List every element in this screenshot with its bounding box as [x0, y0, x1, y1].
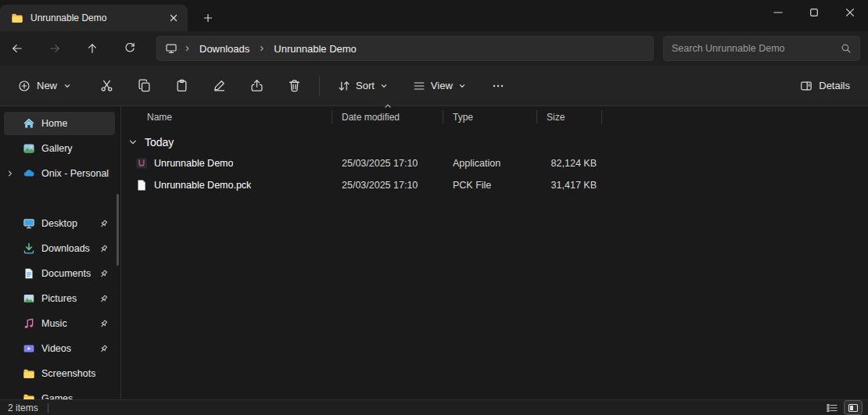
- sidebar-item-downloads[interactable]: Downloads: [4, 237, 115, 260]
- sidebar-scrollbar[interactable]: [117, 194, 119, 266]
- details-pane-button[interactable]: Details: [791, 72, 859, 100]
- sidebar-item-label: Desktop: [41, 218, 77, 229]
- file-date-cell: 25/03/2025 17:10: [332, 152, 443, 174]
- column-label: Size: [547, 112, 565, 123]
- view-icon: [413, 80, 425, 92]
- details-pane-label: Details: [819, 80, 850, 91]
- sidebar-item-label: Music: [41, 318, 67, 329]
- maximize-button[interactable]: [796, 0, 832, 25]
- column-label: Type: [453, 112, 473, 123]
- column-label: Name: [147, 112, 172, 123]
- sidebar-item-games[interactable]: Games: [4, 387, 115, 399]
- copy-icon: [138, 79, 151, 92]
- group-header-today[interactable]: Today: [121, 132, 868, 152]
- chevron-down-icon: [380, 82, 388, 90]
- new-button[interactable]: New: [9, 72, 80, 100]
- navigation-pane: Home Gallery Onix - Personal Desktop: [0, 106, 121, 399]
- file-name-cell: Unrunnable Demo.pck: [121, 174, 332, 196]
- search-box: [663, 36, 860, 61]
- paste-button[interactable]: [166, 72, 197, 100]
- copy-button[interactable]: [128, 72, 160, 100]
- breadcrumb-downloads[interactable]: Downloads: [194, 41, 255, 57]
- search-icon: [841, 43, 852, 54]
- address-bar[interactable]: › Downloads › Unrunnable Demo: [156, 36, 654, 61]
- close-button[interactable]: [832, 0, 868, 25]
- sidebar-item-documents[interactable]: Documents: [4, 262, 115, 285]
- view-button[interactable]: View: [404, 72, 475, 100]
- sidebar-item-gallery[interactable]: Gallery: [4, 137, 115, 160]
- tab-title: Unrunnable Demo: [30, 13, 159, 23]
- sidebar-item-videos[interactable]: Videos: [4, 337, 115, 360]
- file-name: Unrunnable Demo.pck: [154, 180, 251, 191]
- view-toggles: [823, 401, 862, 414]
- column-header-date-modified[interactable]: Date modified: [332, 110, 443, 123]
- breadcrumb-chevron-icon: ›: [184, 41, 191, 55]
- arrow-left-icon: [11, 42, 23, 55]
- back-button[interactable]: [3, 35, 31, 62]
- home-icon: [23, 117, 35, 130]
- sidebar-item-label: Games: [41, 393, 73, 399]
- folder-icon: [11, 12, 23, 24]
- sidebar-item-onedrive[interactable]: Onix - Personal: [4, 162, 115, 185]
- thumbnails-view-icon: [848, 403, 859, 413]
- pin-icon: [99, 219, 109, 229]
- status-bar: 2 items: [0, 399, 868, 415]
- file-type-cell: Application: [443, 152, 537, 174]
- breadcrumb-current-folder[interactable]: Unrunnable Demo: [268, 41, 362, 57]
- sidebar-item-label: Gallery: [41, 143, 73, 154]
- column-header-type[interactable]: Type: [443, 110, 537, 123]
- arrow-right-icon: [48, 42, 61, 55]
- up-button[interactable]: [78, 35, 106, 62]
- file-row-application[interactable]: Unrunnable Demo 25/03/2025 17:10 Applica…: [121, 152, 868, 174]
- rename-button[interactable]: [203, 72, 235, 100]
- sidebar-item-label: Onix - Personal: [41, 168, 109, 179]
- file-list-area: Name Date modified Type Size Today: [121, 106, 868, 399]
- close-icon: [844, 6, 856, 19]
- window-controls: [760, 0, 868, 25]
- file-name: Unrunnable Demo: [154, 158, 233, 169]
- explorer-tab[interactable]: Unrunnable Demo: [0, 5, 188, 31]
- delete-button[interactable]: [278, 72, 310, 100]
- toolbar-divider: [319, 76, 320, 96]
- minimize-button[interactable]: [760, 0, 796, 25]
- share-icon: [250, 79, 264, 92]
- arrow-up-icon: [86, 42, 99, 55]
- cut-icon: [100, 79, 113, 92]
- file-icon: [135, 179, 148, 191]
- sidebar-item-music[interactable]: Music: [4, 312, 115, 335]
- desktop-icon: [23, 217, 35, 230]
- sidebar-item-screenshots[interactable]: Screenshots: [4, 362, 115, 385]
- more-options-button[interactable]: [482, 72, 514, 100]
- pin-icon: [99, 344, 109, 354]
- expander-chevron-icon[interactable]: [6, 170, 14, 177]
- details-view-button[interactable]: [823, 401, 841, 414]
- sidebar-item-label: Screenshots: [41, 368, 95, 379]
- tab-close-button[interactable]: [166, 10, 181, 26]
- sort-icon: [338, 80, 350, 92]
- cut-button[interactable]: [91, 72, 122, 100]
- items-count: 2 items: [8, 402, 38, 413]
- file-row-pck[interactable]: Unrunnable Demo.pck 25/03/2025 17:10 PCK…: [121, 174, 868, 196]
- sort-button[interactable]: Sort: [329, 72, 396, 100]
- refresh-button[interactable]: [116, 35, 144, 62]
- maximize-icon: [808, 6, 820, 19]
- column-header-size[interactable]: Size: [537, 110, 602, 123]
- breadcrumb-chevron-icon: ›: [258, 41, 265, 55]
- forward-button[interactable]: [41, 35, 69, 62]
- music-icon: [23, 317, 35, 330]
- title-bar: Unrunnable Demo: [0, 0, 868, 31]
- downloads-icon: [23, 242, 35, 255]
- monitor-icon: [165, 42, 178, 55]
- search-input[interactable]: [672, 43, 841, 54]
- column-header-name[interactable]: Name: [121, 110, 332, 123]
- file-explorer-window: Unrunnable Demo: [0, 0, 868, 415]
- file-size-cell: 82,124 KB: [537, 152, 602, 174]
- sidebar-item-desktop[interactable]: Desktop: [4, 212, 115, 235]
- share-button[interactable]: [241, 72, 272, 100]
- sidebar-item-home[interactable]: Home: [4, 112, 115, 135]
- sidebar-item-pictures[interactable]: Pictures: [4, 287, 115, 310]
- folder-icon: [23, 367, 35, 380]
- videos-icon: [23, 342, 35, 355]
- new-tab-button[interactable]: [197, 7, 219, 29]
- thumbnails-view-button[interactable]: [845, 401, 862, 414]
